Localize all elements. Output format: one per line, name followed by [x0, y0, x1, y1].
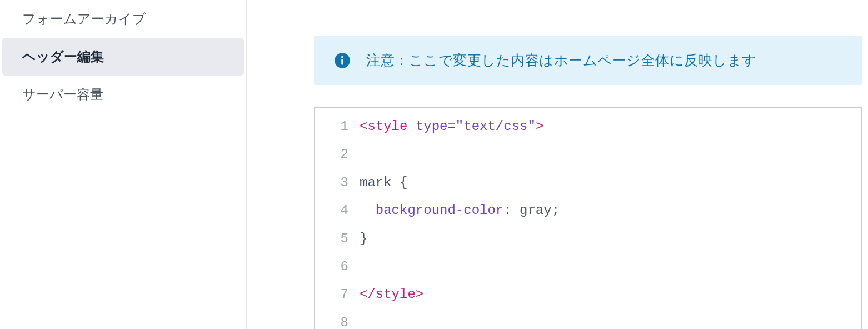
- line-number: 2: [315, 141, 360, 168]
- line-content[interactable]: [360, 141, 861, 168]
- line-number: 1: [315, 113, 360, 141]
- sidebar-item-server-capacity[interactable]: サーバー容量: [2, 76, 244, 113]
- line-content[interactable]: mark {: [360, 169, 861, 197]
- line-content[interactable]: <style type="text/css">: [360, 113, 861, 141]
- line-number: 5: [315, 225, 360, 253]
- code-line[interactable]: 1<style type="text/css">: [315, 113, 861, 141]
- sidebar-item-form-archive[interactable]: フォームアーカイブ: [2, 0, 244, 38]
- main-content: 注意：ここで変更した内容はホームページ全体に反映します 1<style type…: [247, 0, 868, 329]
- code-line[interactable]: 8: [315, 309, 861, 329]
- sidebar-item-header-edit[interactable]: ヘッダー編集: [2, 38, 244, 76]
- alert-info: 注意：ここで変更した内容はホームページ全体に反映します: [314, 36, 862, 85]
- line-content[interactable]: [360, 309, 861, 329]
- code-editor[interactable]: 1<style type="text/css">23mark {4 backgr…: [314, 107, 862, 329]
- line-content[interactable]: }: [360, 225, 861, 253]
- sidebar-item-label: フォームアーカイブ: [22, 11, 146, 26]
- line-number: 3: [315, 169, 360, 197]
- info-icon: [334, 52, 351, 69]
- svg-rect-1: [341, 59, 343, 64]
- line-number: 6: [315, 253, 360, 281]
- sidebar: フォームアーカイブ ヘッダー編集 サーバー容量: [0, 0, 247, 329]
- sidebar-item-label: サーバー容量: [22, 87, 103, 102]
- code-line[interactable]: 6: [315, 253, 861, 281]
- line-content[interactable]: </style>: [360, 281, 861, 308]
- code-line[interactable]: 2: [315, 141, 861, 168]
- sidebar-item-label: ヘッダー編集: [22, 49, 104, 64]
- line-number: 7: [315, 281, 360, 308]
- line-content[interactable]: background-color: gray;: [360, 197, 861, 225]
- svg-point-2: [341, 56, 343, 58]
- line-number: 4: [315, 197, 360, 225]
- code-line[interactable]: 7</style>: [315, 281, 861, 308]
- alert-text: 注意：ここで変更した内容はホームページ全体に反映します: [366, 51, 757, 69]
- code-line[interactable]: 5}: [315, 225, 861, 253]
- code-line[interactable]: 4 background-color: gray;: [315, 197, 861, 225]
- line-content[interactable]: [360, 253, 861, 281]
- line-number: 8: [315, 309, 360, 329]
- code-line[interactable]: 3mark {: [315, 169, 861, 197]
